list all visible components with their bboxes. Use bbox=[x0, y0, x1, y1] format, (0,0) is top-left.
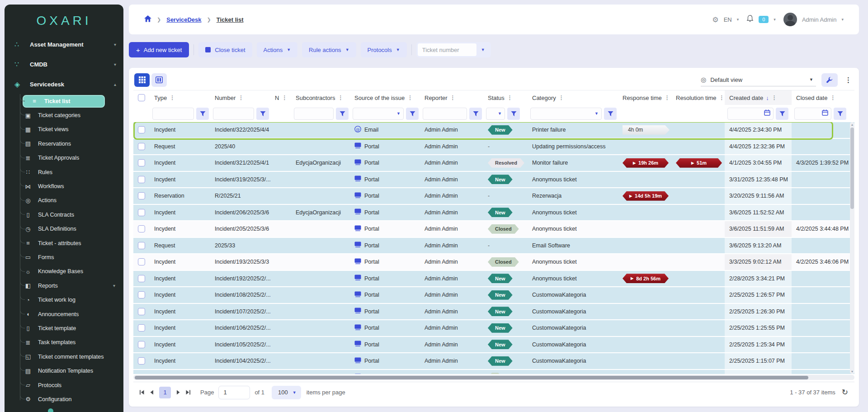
sidebar-item-sla-contracts[interactable]: ▯SLA Contracts bbox=[5, 208, 123, 222]
sidebar-item-announcements[interactable]: ◖Announcements bbox=[5, 307, 123, 321]
column-menu-kebab-icon[interactable]: ⋮ bbox=[282, 95, 287, 101]
filter-text-input[interactable] bbox=[152, 108, 194, 120]
row-checkbox[interactable] bbox=[138, 126, 145, 133]
filter-select[interactable]: ▼ bbox=[530, 108, 602, 120]
table-row[interactable]: ReservationR/2025/21PortalAdmin Admin-Re… bbox=[133, 188, 854, 205]
column-menu-kebab-icon[interactable]: ⋮ bbox=[772, 95, 777, 101]
first-page-button[interactable] bbox=[140, 390, 145, 395]
current-page-button[interactable]: 1 bbox=[159, 387, 171, 398]
filter-date-input[interactable] bbox=[727, 108, 774, 120]
breadcrumb-ticket-list[interactable]: Ticket list bbox=[217, 16, 244, 23]
sidebar-item-ticket-approvals[interactable]: ≣Ticket Approvals bbox=[5, 151, 123, 165]
sidebar-item-ticket-comment-templates[interactable]: ◱Ticket comment templates bbox=[5, 350, 123, 364]
table-row[interactable]: IncydentIncident/193/2025/3/3PortalAdmin… bbox=[133, 254, 854, 271]
calendar-icon[interactable] bbox=[764, 109, 770, 118]
view-selector[interactable]: ◎ Default view ▼ bbox=[701, 74, 816, 86]
last-page-button[interactable] bbox=[185, 390, 190, 395]
sidebar-item-workflows[interactable]: ⋈Workflows bbox=[5, 179, 123, 193]
notification-count-badge[interactable]: 0 bbox=[759, 16, 769, 23]
row-checkbox[interactable] bbox=[138, 159, 145, 166]
filter-funnel-button[interactable] bbox=[256, 108, 269, 120]
language-chevron-down-icon[interactable]: ▾ bbox=[737, 17, 739, 22]
table-row[interactable]: IncydentIncident/106/2025/2/...PortalAdm… bbox=[133, 320, 854, 337]
row-checkbox[interactable] bbox=[138, 357, 145, 365]
row-checkbox[interactable] bbox=[138, 308, 145, 315]
column-menu-kebab-icon[interactable]: ⋮ bbox=[507, 95, 513, 101]
sidebar-item-rules[interactable]: ∷Rules bbox=[5, 165, 123, 179]
row-checkbox[interactable] bbox=[138, 341, 145, 348]
sidebar-item-sla-definitions[interactable]: ◷SLA Definitions bbox=[5, 222, 123, 236]
sidebar-item-protocols[interactable]: ▱Protocols bbox=[5, 378, 123, 392]
close-ticket-button[interactable]: Close ticket bbox=[198, 42, 252, 57]
sidebar-item-forms[interactable]: ▭Forms bbox=[5, 250, 123, 264]
sidebar-item-task-templates[interactable]: ≣Task templates bbox=[5, 336, 123, 350]
row-checkbox[interactable] bbox=[138, 324, 145, 331]
table-row[interactable] bbox=[133, 370, 854, 374]
row-checkbox[interactable] bbox=[138, 258, 145, 265]
sidebar-item-ticket-work-log[interactable]: ◔Ticket work log bbox=[5, 293, 123, 307]
user-avatar[interactable] bbox=[783, 13, 797, 26]
table-row[interactable]: IncydentIncident/104/2025/2/...PortalAdm… bbox=[133, 353, 854, 370]
column-menu-kebab-icon[interactable]: ⋮ bbox=[170, 95, 175, 101]
table-row[interactable]: IncydentIncident/206/2025/3/6EdycjaOrgan… bbox=[133, 205, 854, 222]
row-checkbox[interactable] bbox=[138, 291, 145, 298]
table-row[interactable]: Request2025/40PortalAdmin Admin-Updating… bbox=[133, 139, 854, 156]
filter-select[interactable]: ▼ bbox=[486, 108, 505, 120]
table-row[interactable]: IncydentIncident/108/2025/2/...PortalAdm… bbox=[133, 287, 854, 304]
ticket-number-combobox[interactable]: ▼ bbox=[416, 42, 491, 57]
user-menu-chevron-down-icon[interactable]: ▾ bbox=[841, 17, 844, 22]
row-checkbox[interactable] bbox=[138, 242, 145, 249]
filter-funnel-button[interactable] bbox=[604, 108, 617, 120]
filter-text-input[interactable] bbox=[213, 108, 254, 120]
table-row[interactable]: IncydentIncident/322/2025/4/4@EmailAdmin… bbox=[133, 122, 854, 139]
refresh-icon[interactable]: ↻ bbox=[842, 388, 848, 397]
add-new-ticket-button[interactable]: + Add new ticket bbox=[129, 42, 189, 57]
scroll-up-icon[interactable]: ▲ bbox=[850, 123, 854, 126]
row-checkbox[interactable] bbox=[138, 209, 145, 216]
filter-text-input[interactable] bbox=[423, 108, 467, 120]
row-checkbox[interactable] bbox=[138, 225, 145, 232]
user-name[interactable]: Admin Admin bbox=[802, 16, 837, 23]
row-checkbox[interactable] bbox=[138, 143, 145, 150]
sidebar-item-ticket-categories[interactable]: ▣Ticket categories bbox=[5, 108, 123, 122]
sidebar-group-asset-management[interactable]: ∴Asset Management▾ bbox=[5, 34, 123, 54]
row-checkbox[interactable] bbox=[138, 192, 145, 199]
settings-gear-icon[interactable]: ⚙ bbox=[712, 15, 718, 24]
horizontal-scrollbar-thumb[interactable] bbox=[135, 376, 808, 379]
table-row[interactable]: IncydentIncident/192/2025/2/...PortalAdm… bbox=[133, 271, 854, 288]
table-row[interactable]: IncydentIncident/321/2025/4/1EdycjaOrgan… bbox=[133, 155, 854, 172]
filter-funnel-button[interactable] bbox=[776, 108, 788, 120]
sidebar-item-ticket-views[interactable]: ▦Ticket views bbox=[5, 123, 123, 137]
sidebar-item-configuration[interactable]: ⚙Configuration bbox=[5, 392, 123, 406]
filter-funnel-button[interactable] bbox=[406, 108, 419, 120]
sidebar-item-knowledge-bases[interactable]: ☼Knowledge Bases bbox=[5, 265, 123, 279]
table-row[interactable]: Request2025/33PortalAdmin Admin-Email So… bbox=[133, 238, 854, 255]
filter-date-input[interactable] bbox=[794, 108, 831, 120]
sidebar-item-reservations[interactable]: ▤Reservations bbox=[5, 137, 123, 151]
sidebar-item-ticket-list[interactable]: ≡Ticket list bbox=[5, 94, 123, 108]
filter-text-input[interactable] bbox=[294, 108, 334, 120]
column-menu-kebab-icon[interactable]: ⋮ bbox=[719, 95, 725, 101]
sort-descending-icon[interactable]: ↓ bbox=[766, 95, 769, 101]
column-menu-kebab-icon[interactable]: ⋮ bbox=[559, 95, 564, 101]
column-menu-kebab-icon[interactable]: ⋮ bbox=[450, 95, 456, 101]
filter-funnel-button[interactable] bbox=[834, 108, 846, 120]
calendar-icon[interactable] bbox=[822, 109, 828, 118]
table-row[interactable]: IncydentIncident/107/2025/2/...PortalAdm… bbox=[133, 304, 854, 321]
column-settings-wrench-button[interactable] bbox=[821, 73, 838, 87]
grid-view-toggle[interactable] bbox=[134, 73, 150, 87]
page-number-input[interactable] bbox=[218, 386, 250, 399]
filter-funnel-button[interactable] bbox=[507, 108, 520, 120]
column-menu-kebab-icon[interactable]: ⋮ bbox=[665, 95, 670, 101]
language-selector[interactable]: EN bbox=[724, 16, 732, 23]
vertical-scrollbar-thumb[interactable] bbox=[850, 128, 854, 209]
sidebar-item-notification-templates[interactable]: ▤Notification Templates bbox=[5, 364, 123, 378]
column-menu-kebab-icon[interactable]: ⋮ bbox=[338, 95, 343, 101]
page-size-select[interactable]: 100 ▼ bbox=[272, 386, 301, 399]
rule-actions-dropdown-button[interactable]: Rule actions▼ bbox=[302, 42, 356, 57]
breadcrumb-servicedesk[interactable]: ServiceDesk bbox=[166, 16, 201, 23]
horizontal-scrollbar[interactable] bbox=[133, 375, 854, 380]
filter-funnel-button[interactable] bbox=[336, 108, 349, 120]
sidebar-group-cmdb[interactable]: ∵CMDB▾ bbox=[5, 54, 123, 74]
vertical-scrollbar[interactable]: ▲ ▼ bbox=[850, 122, 854, 374]
